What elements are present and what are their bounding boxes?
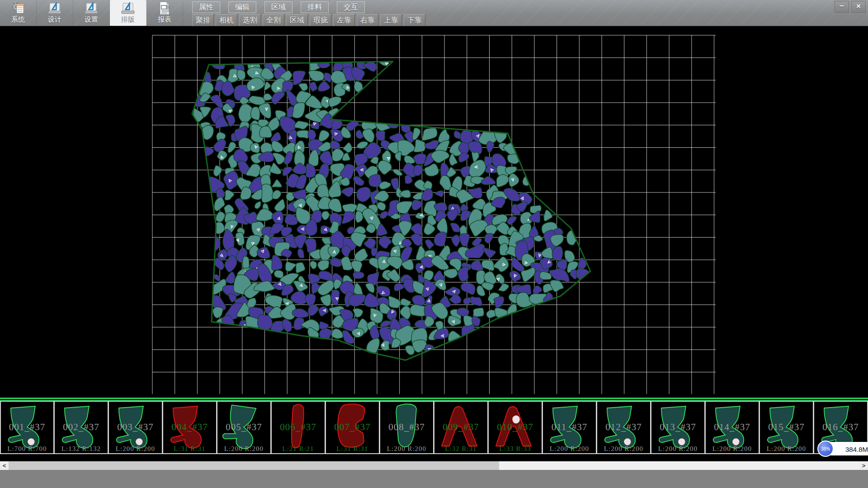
toolbar-button-5[interactable]: 报表 bbox=[146, 0, 183, 26]
part-thumbnail-008_#37[interactable]: 008_#37L:200 R:200 bbox=[380, 401, 434, 454]
toolbar-button-label: 系统 bbox=[0, 15, 36, 23]
part-lr-count-label: L:200 R:200 bbox=[109, 445, 162, 453]
report-doc-icon bbox=[157, 1, 172, 15]
action-button-10[interactable]: 下靠 bbox=[404, 14, 425, 26]
menu-tab-2[interactable]: 编辑 bbox=[228, 1, 256, 13]
window-bottom-edge bbox=[0, 470, 868, 488]
part-id-label: 004_#37 bbox=[163, 422, 216, 433]
scroll-right-button[interactable]: > bbox=[859, 461, 868, 470]
part-thumbnail-003_#37[interactable]: 003_#37L:200 R:200 bbox=[108, 401, 163, 454]
part-id-label: 014_#37 bbox=[706, 422, 759, 433]
horizontal-scrollbar[interactable]: < > bbox=[0, 461, 868, 470]
menu-tab-5[interactable]: 交互 bbox=[337, 1, 365, 13]
window-controls: −× bbox=[835, 1, 866, 13]
toolbar-button-1[interactable]: 系统 bbox=[0, 0, 37, 26]
action-button-5[interactable]: 区域 bbox=[286, 14, 308, 26]
toolbar-button-label: 报表 bbox=[146, 15, 183, 23]
minimize-button[interactable]: − bbox=[835, 1, 849, 13]
part-id-label: 010_#37 bbox=[489, 422, 542, 433]
part-id-label: 003_#37 bbox=[109, 422, 162, 433]
parts-strip-cells: 001_#37L:700 R:700002_#37L:132 R:132003_… bbox=[0, 401, 868, 454]
part-thumbnail-012_#37[interactable]: 012_#37L:200 R:200 bbox=[597, 401, 651, 454]
system-gear-icon bbox=[10, 1, 26, 15]
scrollbar-thumb[interactable] bbox=[9, 461, 499, 470]
part-id-label: 015_#37 bbox=[760, 422, 813, 433]
part-id-label: 001_#37 bbox=[1, 422, 53, 433]
part-lr-count-label: L:200 R:200 bbox=[380, 445, 433, 453]
scroll-left-button[interactable]: < bbox=[0, 461, 9, 470]
toolbar-button-label: 排版 bbox=[110, 15, 146, 23]
part-lr-count-label: L:21 R:21 bbox=[272, 445, 325, 453]
action-button-1[interactable]: 聚排 bbox=[192, 14, 214, 26]
part-thumbnail-014_#37[interactable]: 014_#37L:200 R:200 bbox=[705, 401, 760, 454]
toolbar-button-2[interactable]: 设计 bbox=[37, 0, 73, 26]
part-thumbnail-002_#37[interactable]: 002_#37L:132 R:132 bbox=[54, 401, 108, 454]
part-id-label: 008_#37 bbox=[380, 422, 433, 433]
part-lr-count-label: L:200 R:200 bbox=[217, 445, 270, 453]
part-id-label: 002_#37 bbox=[55, 422, 108, 433]
design-ruler-icon bbox=[47, 1, 62, 15]
toolbar-button-label: 设计 bbox=[37, 15, 73, 23]
part-thumbnail-010_#37[interactable]: 010_#37L:33 R:33 bbox=[488, 401, 542, 454]
part-thumbnail-001_#37[interactable]: 001_#37L:700 R:700 bbox=[0, 401, 54, 454]
part-thumbnail-011_#37[interactable]: 011_#37L:200 R:200 bbox=[542, 401, 597, 454]
main-toolbar: 系统设计设置排版报表 bbox=[0, 0, 183, 26]
action-button-8[interactable]: 右靠 bbox=[357, 14, 378, 26]
close-button[interactable]: × bbox=[851, 1, 866, 13]
part-id-label: 005_#37 bbox=[217, 422, 270, 433]
toolbar-button-4[interactable]: 排版 bbox=[110, 0, 146, 26]
part-thumbnail-007_#37[interactable]: 007_#37L:31 R:31 bbox=[326, 401, 380, 454]
menu-tab-1[interactable]: 属性 bbox=[192, 1, 220, 13]
nesting-canvas-svg bbox=[0, 26, 868, 461]
part-id-label: 012_#37 bbox=[597, 422, 650, 433]
part-lr-count-label: L:32 R:31 bbox=[434, 445, 487, 453]
part-id-label: 013_#37 bbox=[651, 422, 704, 433]
part-thumbnail-009_#37[interactable]: 009_#37L:32 R:31 bbox=[434, 401, 488, 454]
part-lr-count-label: L:700 R:700 bbox=[1, 445, 53, 453]
part-thumbnail-013_#37[interactable]: 013_#37L:200 R:200 bbox=[651, 401, 705, 454]
part-thumbnail-015_#37[interactable]: 015_#37L:200 R:200 bbox=[760, 401, 814, 454]
part-id-label: 007_#37 bbox=[326, 422, 379, 433]
action-button-2[interactable]: 相机 bbox=[216, 14, 237, 26]
title-bar: 系统设计设置排版报表 属性编辑区域排料交互 聚排相机选割全割区域瑕疵左靠右靠上靠… bbox=[0, 0, 868, 26]
part-id-label: 016_#37 bbox=[814, 422, 867, 433]
parts-strip: 001_#37L:700 R:700002_#37L:132 R:132003_… bbox=[0, 398, 868, 454]
part-id-label: 011_#37 bbox=[543, 422, 596, 433]
toolbar-button-label: 设置 bbox=[73, 15, 109, 23]
status-badge: 384.8M 38% bbox=[817, 441, 868, 457]
action-button-9[interactable]: 上靠 bbox=[380, 14, 402, 26]
part-lr-count-label: L:200 R:200 bbox=[597, 445, 650, 453]
part-id-label: 006_#37 bbox=[272, 422, 325, 433]
menu-tab-3[interactable]: 区域 bbox=[264, 1, 292, 13]
part-lr-count-label: L:200 R:200 bbox=[760, 445, 813, 453]
nesting-ruler-icon bbox=[120, 1, 136, 15]
part-lr-count-label: L:200 R:200 bbox=[543, 445, 596, 453]
progress-circle: 38% bbox=[817, 441, 834, 457]
settings-ruler-icon bbox=[84, 1, 99, 15]
part-lr-count-label: L:31 R:31 bbox=[163, 445, 216, 453]
nested-parts-layer[interactable] bbox=[192, 55, 590, 355]
menu-tab-bar: 属性编辑区域排料交互 bbox=[192, 1, 373, 13]
part-lr-count-label: L:33 R:33 bbox=[489, 445, 542, 453]
part-id-label: 009_#37 bbox=[434, 422, 487, 433]
part-thumbnail-005_#37[interactable]: 005_#37L:200 R:200 bbox=[217, 401, 271, 454]
action-button-6[interactable]: 瑕疵 bbox=[310, 14, 331, 26]
part-lr-count-label: L:132 R:132 bbox=[55, 445, 108, 453]
progress-percent-label: 38% bbox=[821, 446, 830, 451]
action-button-bar: 聚排相机选割全割区域瑕疵左靠右靠上靠下靠 bbox=[192, 14, 427, 26]
part-lr-count-label: L:200 R:200 bbox=[651, 445, 704, 453]
action-button-4[interactable]: 全割 bbox=[263, 14, 284, 26]
action-button-3[interactable]: 选割 bbox=[239, 14, 261, 26]
toolbar-button-3[interactable]: 设置 bbox=[73, 0, 110, 26]
part-lr-count-label: L:31 R:31 bbox=[326, 445, 379, 453]
part-thumbnail-004_#37[interactable]: 004_#37L:31 R:31 bbox=[163, 401, 217, 454]
part-lr-count-label: L:200 R:200 bbox=[706, 445, 759, 453]
memory-usage-label: 384.8M bbox=[845, 446, 868, 453]
nesting-canvas[interactable] bbox=[0, 26, 868, 461]
action-button-7[interactable]: 左靠 bbox=[333, 14, 355, 26]
menu-tab-4[interactable]: 排料 bbox=[301, 1, 329, 13]
part-thumbnail-006_#37[interactable]: 006_#37L:21 R:21 bbox=[271, 401, 326, 454]
